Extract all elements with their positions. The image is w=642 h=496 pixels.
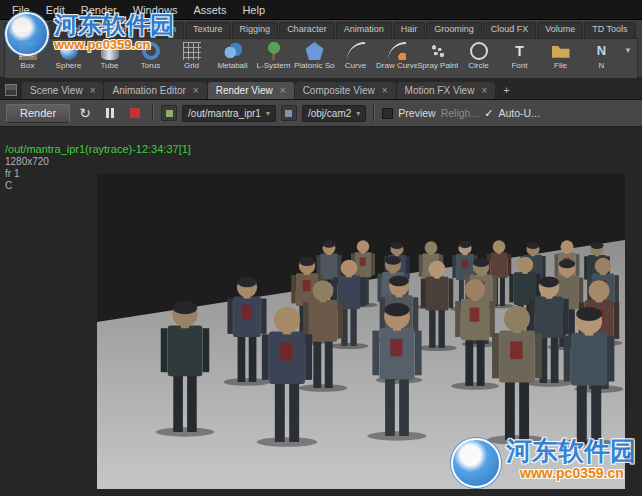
- auto-update-check-icon[interactable]: ✓: [484, 107, 493, 120]
- camera-path-field[interactable]: /obj/cam2 ▾: [302, 105, 366, 122]
- shelf-tool[interactable]: Circle: [458, 41, 499, 78]
- menu-bar: FileEditRenderWindowsAssetsHelp: [0, 0, 642, 20]
- stop-render-icon[interactable]: [125, 103, 145, 123]
- shelf-tab[interactable]: Modify: [4, 22, 47, 38]
- pane-tab-list: Scene View × Animation Editor × Render V…: [22, 82, 495, 99]
- pane-tab-label: Composite View: [303, 85, 375, 96]
- shelf-tool-label: Draw Curve: [376, 61, 417, 70]
- chevron-down-icon: ▾: [266, 109, 270, 118]
- shelf-tool[interactable]: Metaball: [212, 41, 253, 78]
- shelf-tool-label: Curve: [335, 61, 376, 70]
- shelf-tool-label: Tube: [89, 61, 130, 70]
- shelf-tool[interactable]: Sphere: [48, 41, 89, 78]
- menu-item[interactable]: Render: [73, 2, 125, 18]
- shelf-tab[interactable]: Hair: [393, 22, 426, 38]
- shelf-tab[interactable]: Grooming: [426, 22, 482, 38]
- rop-path-value: /out/mantra_ipr1: [188, 108, 261, 119]
- tab-close-icon[interactable]: ×: [481, 86, 487, 96]
- shelf-tool-label: Torus: [130, 61, 171, 70]
- camera-chooser-icon[interactable]: [281, 105, 297, 121]
- pane-menu-icon[interactable]: [5, 84, 17, 96]
- shelf-tool-icon: [470, 42, 488, 60]
- pane-tab[interactable]: Scene View ×: [22, 82, 103, 99]
- chevron-down-icon: ▾: [356, 109, 360, 118]
- shelf-tab[interactable]: Cloud FX: [483, 22, 537, 38]
- menu-item[interactable]: Assets: [185, 2, 234, 18]
- shelf-tool-label: Spray Paint: [417, 61, 458, 70]
- add-pane-tab-button[interactable]: +: [496, 81, 516, 99]
- shelf-tool-icon: [265, 42, 283, 60]
- pane-tab[interactable]: Render View ×: [208, 82, 294, 99]
- tab-close-icon[interactable]: ×: [280, 86, 286, 96]
- shelf-tool[interactable]: N: [581, 41, 621, 78]
- shelf-tool[interactable]: Curve: [335, 41, 376, 78]
- shelf-tool-icon: [347, 42, 365, 60]
- render-toolbar: Render ↻ /out/mantra_ipr1 ▾ /obj/cam2 ▾ …: [0, 100, 642, 127]
- shelf-tab[interactable]: Rigging: [232, 22, 279, 38]
- shelf-tool-icon: [142, 42, 160, 60]
- rop-path-field[interactable]: /out/mantra_ipr1 ▾: [182, 105, 276, 122]
- shelf-tool-label: Platonic Soli...: [294, 61, 335, 70]
- tab-close-icon[interactable]: ×: [90, 86, 96, 96]
- shelf-tool[interactable]: Torus: [130, 41, 171, 78]
- shelf-tool-icon: [593, 42, 611, 60]
- pane-tab-label: Animation Editor: [112, 85, 185, 96]
- render-resolution: 1280x720: [5, 156, 191, 168]
- preview-checkbox[interactable]: [382, 108, 393, 119]
- auto-update-label[interactable]: Auto-U...: [498, 107, 539, 119]
- menu-item[interactable]: File: [4, 2, 38, 18]
- menu-item[interactable]: Edit: [38, 2, 73, 18]
- toolbar-separator: [373, 104, 375, 122]
- shelf-tool[interactable]: Box: [7, 41, 48, 78]
- shelf-tool-icon: [19, 42, 37, 60]
- preview-label[interactable]: Preview: [398, 107, 435, 119]
- relight-label[interactable]: Religh...: [441, 107, 480, 119]
- shelf-tab[interactable]: Deform: [139, 22, 185, 38]
- shelf-tool[interactable]: Tube: [89, 41, 130, 78]
- pane-tab-label: Motion FX View: [405, 85, 475, 96]
- shelf-tab[interactable]: Texture: [185, 22, 231, 38]
- pause-render-icon[interactable]: [100, 103, 120, 123]
- shelf-tool[interactable]: Draw Curve: [376, 41, 417, 78]
- shelf-tab[interactable]: TD Tools: [584, 22, 635, 38]
- shelf-tool-icon: [388, 42, 406, 60]
- shelf-tool-icon: [101, 42, 119, 60]
- pane-tab[interactable]: Animation Editor ×: [104, 82, 206, 99]
- shelf-tab-bar: ModifyModelPolygonDeformTextureRiggingCh…: [4, 22, 638, 38]
- pane-tab-label: Scene View: [30, 85, 83, 96]
- shelf-tool[interactable]: L-System: [253, 41, 294, 78]
- houdini-window: FileEditRenderWindowsAssetsHelp ModifyMo…: [0, 0, 642, 496]
- camera-path-value: /obj/cam2: [308, 108, 351, 119]
- shelf-tab[interactable]: Polygon: [89, 22, 138, 38]
- shelf-tool[interactable]: Spray Paint: [417, 41, 458, 78]
- shelf-tool[interactable]: File: [540, 41, 581, 78]
- pane-tab-bar: Scene View × Animation Editor × Render V…: [0, 78, 642, 100]
- shelf-tab[interactable]: Animation: [336, 22, 392, 38]
- tab-close-icon[interactable]: ×: [193, 86, 199, 96]
- shelf-tool-label: L-System: [253, 61, 294, 70]
- shelf-tool-icon: [60, 42, 78, 60]
- pane-tab[interactable]: Motion FX View ×: [397, 82, 496, 99]
- rop-chooser-icon[interactable]: [161, 105, 177, 121]
- render-viewport[interactable]: [97, 174, 625, 489]
- menu-item[interactable]: Windows: [125, 2, 186, 18]
- shelf-tool-icon: [511, 42, 529, 60]
- shelf-tool-label: File: [540, 61, 581, 70]
- render-area: /out/mantra_ipr1(raytrace)-12:34:37[1] 1…: [0, 127, 642, 496]
- shelf-tool-row: Box Sphere Tube Torus Grid: [4, 38, 638, 78]
- shelf-tool-label: N: [581, 61, 621, 70]
- shelf-tool[interactable]: Font: [499, 41, 540, 78]
- shelf-tool[interactable]: Platonic Soli...: [294, 41, 335, 78]
- stop-square-icon: [130, 108, 140, 118]
- pane-tab[interactable]: Composite View ×: [295, 82, 396, 99]
- shelf-tool[interactable]: Grid: [171, 41, 212, 78]
- render-button[interactable]: Render: [6, 104, 70, 123]
- shelf-tool-icon: [306, 42, 324, 60]
- shelf-tab[interactable]: Model: [48, 22, 89, 38]
- menu-item[interactable]: Help: [234, 2, 273, 18]
- shelf-tab[interactable]: Character: [279, 22, 335, 38]
- tab-close-icon[interactable]: ×: [382, 86, 388, 96]
- refresh-render-icon[interactable]: ↻: [75, 103, 95, 123]
- shelf-tab[interactable]: Volume: [537, 22, 583, 38]
- shelf-overflow-arrow-icon[interactable]: ▾: [621, 41, 635, 78]
